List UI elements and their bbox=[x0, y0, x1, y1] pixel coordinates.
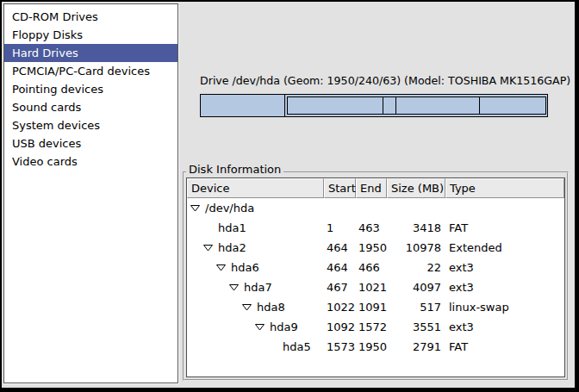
partition-table-header: Device Start End Size (MB) Type bbox=[187, 178, 564, 198]
type-cell: Extended bbox=[445, 238, 564, 258]
end-cell: 1572 bbox=[356, 317, 387, 337]
sidebar-item-video-cards[interactable]: Video cards bbox=[4, 152, 177, 171]
device-name: hda1 bbox=[218, 218, 246, 238]
table-row-dev-hda[interactable]: /dev/hda bbox=[187, 198, 564, 218]
partition-segment-hda9 bbox=[396, 97, 480, 114]
table-row-hda1[interactable]: hda1 1 463 3418 FAT bbox=[187, 218, 564, 238]
size-cell: 2791 bbox=[387, 337, 445, 357]
sidebar-item-cdrom-drives[interactable]: CD-ROM Drives bbox=[4, 8, 177, 26]
column-header-type[interactable]: Type bbox=[445, 178, 564, 198]
device-category-list: CD-ROM Drives Floppy Disks Hard Drives P… bbox=[3, 3, 178, 383]
type-cell: linux-swap bbox=[445, 297, 564, 317]
table-row-hda5[interactable]: hda5 1573 1950 2791 FAT bbox=[187, 337, 564, 357]
end-cell: 1091 bbox=[356, 297, 387, 317]
device-name: hda2 bbox=[218, 238, 246, 258]
start-cell: 1022 bbox=[324, 297, 356, 317]
end-cell bbox=[356, 198, 387, 218]
type-cell: FAT bbox=[445, 337, 564, 357]
sidebar-item-hard-drives[interactable]: Hard Drives bbox=[4, 44, 177, 62]
sidebar-item-pcmcia-devices[interactable]: PCMCIA/PC-Card devices bbox=[4, 62, 177, 80]
size-cell: 10978 bbox=[387, 238, 445, 258]
type-cell: ext3 bbox=[445, 277, 564, 297]
end-cell: 463 bbox=[356, 218, 387, 238]
size-cell bbox=[387, 198, 445, 218]
start-cell: 1573 bbox=[324, 337, 356, 357]
column-header-start[interactable]: Start bbox=[324, 178, 356, 198]
type-cell: ext3 bbox=[445, 317, 564, 337]
end-cell: 466 bbox=[356, 258, 387, 277]
start-cell: 464 bbox=[324, 238, 356, 258]
table-row-hda8[interactable]: hda8 1022 1091 517 linux-swap bbox=[187, 297, 564, 317]
device-name: /dev/hda bbox=[205, 198, 254, 218]
size-cell: 22 bbox=[387, 258, 445, 277]
size-cell: 517 bbox=[387, 297, 445, 317]
device-name: hda7 bbox=[244, 277, 272, 297]
start-cell: 467 bbox=[324, 277, 356, 297]
sidebar-item-usb-devices[interactable]: USB devices bbox=[4, 134, 177, 152]
device-name: hda5 bbox=[283, 337, 311, 357]
table-row-hda9[interactable]: hda9 1092 1572 3551 ext3 bbox=[187, 317, 564, 337]
expander-icon[interactable] bbox=[255, 323, 265, 331]
column-header-size[interactable]: Size (MB) bbox=[387, 178, 445, 198]
table-row-hda7[interactable]: hda7 467 1021 4097 ext3 bbox=[187, 277, 564, 297]
expander-icon[interactable] bbox=[190, 204, 200, 212]
column-header-device[interactable]: Device bbox=[187, 178, 324, 198]
table-row-hda2[interactable]: hda2 464 1950 10978 Extended bbox=[187, 238, 564, 258]
hardware-browser-window: CD-ROM Drives Floppy Disks Hard Drives P… bbox=[0, 0, 579, 392]
start-cell: 1092 bbox=[324, 317, 356, 337]
expander-icon[interactable] bbox=[242, 303, 252, 311]
drive-description-label: Drive /dev/hda (Geom: 1950/240/63) (Mode… bbox=[200, 74, 548, 87]
sidebar-item-pointing-devices[interactable]: Pointing devices bbox=[4, 80, 177, 98]
type-cell: ext3 bbox=[445, 258, 564, 277]
end-cell: 1950 bbox=[356, 337, 387, 357]
end-cell: 1021 bbox=[356, 277, 387, 297]
start-cell: 1 bbox=[324, 218, 356, 238]
device-name: hda9 bbox=[270, 317, 298, 337]
extended-partition-box bbox=[287, 96, 546, 115]
device-name: hda8 bbox=[257, 297, 285, 317]
partition-bar bbox=[200, 94, 548, 117]
sidebar-item-floppy-disks[interactable]: Floppy Disks bbox=[4, 26, 177, 44]
column-header-end[interactable]: End bbox=[356, 178, 387, 198]
size-cell: 3551 bbox=[387, 317, 445, 337]
sidebar-item-system-devices[interactable]: System devices bbox=[4, 116, 177, 134]
table-row-hda6[interactable]: hda6 464 466 22 ext3 bbox=[187, 258, 564, 277]
device-name: hda6 bbox=[231, 258, 259, 277]
type-cell: FAT bbox=[445, 218, 564, 238]
partition-table: Device Start End Size (MB) Type /dev/hda… bbox=[186, 177, 565, 377]
disk-information-frame-label: Disk Information bbox=[186, 163, 283, 176]
start-cell bbox=[324, 198, 356, 218]
size-cell: 4097 bbox=[387, 277, 445, 297]
expander-icon[interactable] bbox=[216, 264, 226, 271]
expander-icon[interactable] bbox=[203, 244, 213, 252]
partition-segment-hda5 bbox=[480, 97, 545, 114]
size-cell: 3418 bbox=[387, 218, 445, 238]
type-cell bbox=[445, 198, 564, 218]
end-cell: 1950 bbox=[356, 238, 387, 258]
start-cell: 464 bbox=[324, 258, 356, 277]
sidebar-item-sound-cards[interactable]: Sound cards bbox=[4, 98, 177, 116]
partition-segment-hda8 bbox=[383, 97, 396, 114]
partition-segment-hda7 bbox=[288, 97, 384, 114]
expander-icon[interactable] bbox=[229, 283, 239, 291]
partition-segment-hda1 bbox=[201, 95, 285, 116]
